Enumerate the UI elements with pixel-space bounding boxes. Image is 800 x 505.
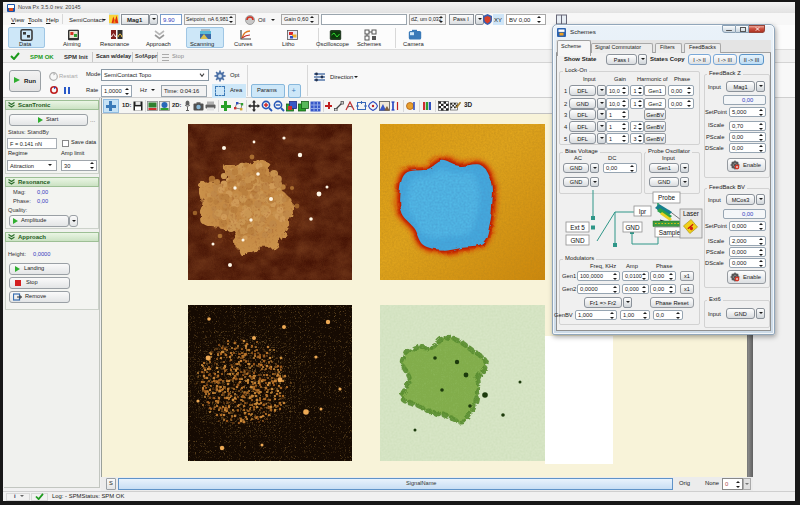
svg-text:Ipr: Ipr [639,208,647,216]
svg-text:Laser: Laser [683,210,700,217]
svg-text:GND: GND [625,224,640,231]
svg-text:Ext 5: Ext 5 [570,224,585,231]
svg-text:Sample: Sample [659,229,681,237]
svg-text:GND: GND [570,237,585,244]
svg-text:Probe: Probe [658,194,675,201]
